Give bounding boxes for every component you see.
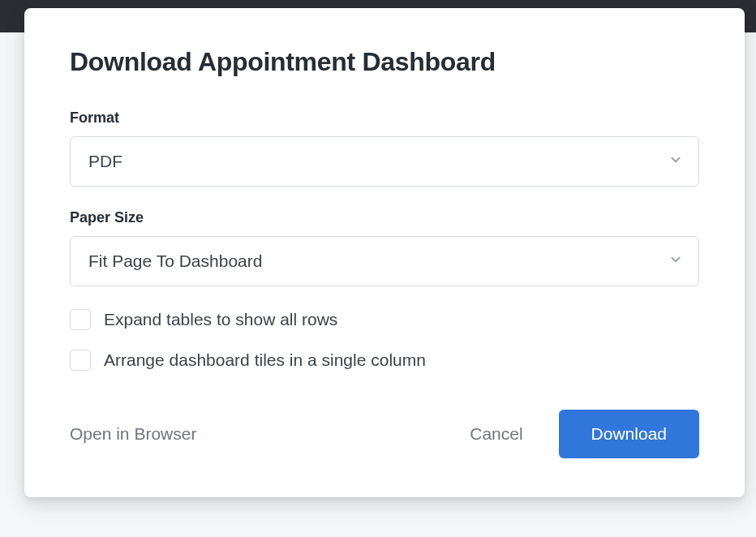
download-button[interactable]: Download [559, 410, 699, 458]
single-column-option: Arrange dashboard tiles in a single colu… [70, 350, 699, 371]
single-column-label[interactable]: Arrange dashboard tiles in a single colu… [104, 350, 426, 370]
format-select-wrap: PDF [70, 136, 699, 187]
single-column-checkbox[interactable] [70, 350, 91, 371]
format-field: Format PDF [70, 110, 699, 187]
expand-tables-option: Expand tables to show all rows [70, 309, 699, 330]
open-in-browser-button[interactable]: Open in Browser [70, 424, 196, 444]
paper-size-label: Paper Size [70, 209, 699, 226]
download-dashboard-modal: Download Appointment Dashboard Format PD… [24, 8, 745, 497]
expand-tables-checkbox[interactable] [70, 309, 91, 330]
actions-right: Cancel Download [470, 410, 699, 458]
format-label: Format [70, 110, 699, 127]
paper-size-select-wrap: Fit Page To Dashboard [70, 236, 699, 286]
cancel-button[interactable]: Cancel [470, 424, 522, 444]
modal-title: Download Appointment Dashboard [70, 47, 699, 77]
expand-tables-label[interactable]: Expand tables to show all rows [104, 310, 337, 329]
paper-size-field: Paper Size Fit Page To Dashboard [70, 209, 699, 286]
paper-size-select[interactable]: Fit Page To Dashboard [70, 236, 699, 286]
format-select[interactable]: PDF [70, 136, 699, 187]
modal-actions: Open in Browser Cancel Download [70, 410, 699, 458]
